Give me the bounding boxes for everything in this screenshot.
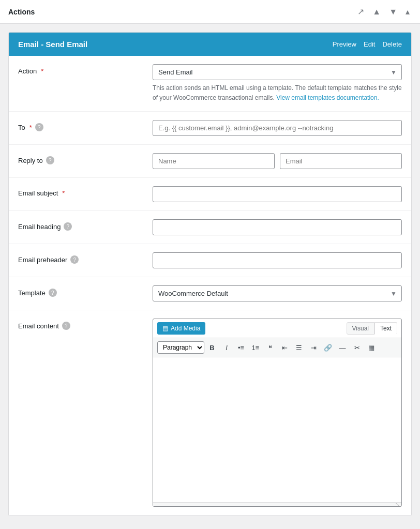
reply-inputs [153, 153, 402, 169]
add-media-icon: ▤ [162, 325, 168, 332]
heading-input[interactable] [153, 219, 402, 235]
action-select-wrapper: Send Email Send SMS Webhook ▼ [153, 64, 402, 80]
to-label: To [18, 124, 25, 131]
format-select[interactable]: Paragraph Heading 1 Heading 2 [157, 341, 204, 354]
preheader-label: Email preheader [18, 256, 67, 264]
action-card-title: Email - Send Email [18, 40, 87, 49]
to-row: To * ? [9, 112, 411, 145]
preheader-field-col [153, 252, 402, 268]
collapse-up-icon[interactable]: ▲ [370, 6, 383, 18]
resize-icon: ⤡ [395, 502, 399, 507]
bold-button[interactable]: B [205, 341, 219, 354]
reply-to-row: Reply to ? [9, 145, 411, 178]
preheader-input[interactable] [153, 252, 402, 268]
blockquote-button[interactable]: ❝ [263, 341, 277, 354]
action-row: Action * Send Email Send SMS Webhook ▼ [9, 56, 411, 112]
template-label-col: Template ? [18, 285, 153, 297]
action-select[interactable]: Send Email Send SMS Webhook [153, 64, 402, 80]
action-label-col: Action * [18, 64, 153, 75]
to-input[interactable] [153, 120, 402, 136]
editor-content-area[interactable] [153, 357, 401, 502]
add-media-button[interactable]: ▤ Add Media [157, 322, 205, 335]
action-doc-link[interactable]: View email templates documentation. [276, 94, 379, 101]
reply-help-icon[interactable]: ? [46, 156, 54, 164]
content-label-col: Email content ? [18, 319, 153, 330]
template-select[interactable]: WooCommerce Default Plain Text Custom [153, 285, 402, 301]
external-link-icon[interactable]: ↗ [355, 6, 366, 18]
delete-link[interactable]: Delete [382, 40, 402, 48]
link-button[interactable]: 🔗 [321, 341, 335, 354]
more-button[interactable]: ✂ [350, 341, 364, 354]
template-select-wrapper: WooCommerce Default Plain Text Custom ▼ [153, 285, 402, 301]
reply-label-col: Reply to ? [18, 153, 153, 164]
to-help-icon[interactable]: ? [35, 123, 43, 131]
editor-top-bar: ▤ Add Media Visual Text [153, 319, 401, 338]
action-description: This action sends an HTML email using a … [153, 83, 402, 103]
reply-name-input[interactable] [153, 153, 275, 169]
preheader-label-col: Email preheader ? [18, 252, 153, 264]
to-required: * [29, 124, 32, 131]
template-row: Template ? WooCommerce Default Plain Tex… [9, 277, 411, 310]
preheader-row: Email preheader ? [9, 244, 411, 277]
toggle-icon[interactable]: ▴ [403, 6, 412, 18]
align-right-button[interactable]: ⇥ [307, 341, 320, 354]
edit-link[interactable]: Edit [364, 40, 375, 48]
to-label-col: To * ? [18, 120, 153, 131]
action-required: * [41, 67, 43, 75]
italic-button[interactable]: I [220, 341, 233, 354]
subject-label-col: Email subject * [18, 186, 153, 197]
align-center-button[interactable]: ☰ [292, 341, 306, 354]
unordered-list-button[interactable]: •≡ [234, 341, 248, 354]
subject-input[interactable] [153, 186, 402, 202]
tab-text[interactable]: Text [374, 322, 397, 335]
action-field-col: Send Email Send SMS Webhook ▼ This actio… [153, 64, 402, 103]
editor-toolbar: Paragraph Heading 1 Heading 2 B I •≡ 1≡ … [153, 338, 401, 357]
heading-help-icon[interactable]: ? [64, 222, 72, 231]
action-card: Email - Send Email Preview Edit Delete A… [8, 32, 412, 516]
collapse-down-icon[interactable]: ▼ [387, 6, 399, 18]
subject-label: Email subject [18, 189, 58, 197]
editor-resize-handle: ⤡ [153, 502, 401, 506]
actions-header: Actions ↗ ▲ ▼ ▴ [0, 0, 420, 24]
fullscreen-button[interactable]: ▦ [365, 341, 378, 354]
heading-field-col [153, 219, 402, 235]
header-controls: ↗ ▲ ▼ ▴ [355, 6, 412, 18]
reply-email-input[interactable] [280, 153, 402, 169]
content-label: Email content [18, 322, 59, 330]
template-field-col: WooCommerce Default Plain Text Custom ▼ [153, 285, 402, 301]
action-card-actions: Preview Edit Delete [333, 40, 402, 48]
subject-required: * [62, 189, 65, 197]
template-help-icon[interactable]: ? [49, 289, 57, 297]
hr-button[interactable]: ― [336, 341, 349, 354]
reply-label: Reply to [18, 157, 43, 164]
form-body: Action * Send Email Send SMS Webhook ▼ [9, 56, 411, 516]
heading-row: Email heading ? [9, 211, 411, 244]
add-media-label: Add Media [171, 325, 200, 332]
main-content: Email - Send Email Preview Edit Delete A… [0, 24, 420, 524]
template-label: Template [18, 289, 46, 297]
editor-tab-group: Visual Text [347, 322, 397, 335]
content-row: Email content ? ▤ Add Media [9, 310, 411, 516]
align-left-button[interactable]: ⇤ [278, 341, 291, 354]
action-label: Action [18, 67, 37, 75]
content-field-col: ▤ Add Media Visual Text [153, 319, 402, 507]
heading-label-col: Email heading ? [18, 219, 153, 231]
to-field-col [153, 120, 402, 136]
editor-container: ▤ Add Media Visual Text [153, 319, 402, 507]
ordered-list-button[interactable]: 1≡ [249, 341, 262, 354]
subject-field-col [153, 186, 402, 202]
subject-row: Email subject * [9, 178, 411, 211]
outer-container: Actions ↗ ▲ ▼ ▴ Email - Send Email Previ… [0, 0, 420, 529]
tab-visual[interactable]: Visual [347, 322, 374, 335]
reply-field-col [153, 153, 402, 169]
preview-link[interactable]: Preview [333, 40, 356, 48]
action-card-header: Email - Send Email Preview Edit Delete [9, 33, 411, 56]
page-title: Actions [8, 8, 35, 16]
preheader-help-icon[interactable]: ? [70, 255, 79, 264]
content-help-icon[interactable]: ? [62, 322, 70, 330]
heading-label: Email heading [18, 223, 61, 231]
